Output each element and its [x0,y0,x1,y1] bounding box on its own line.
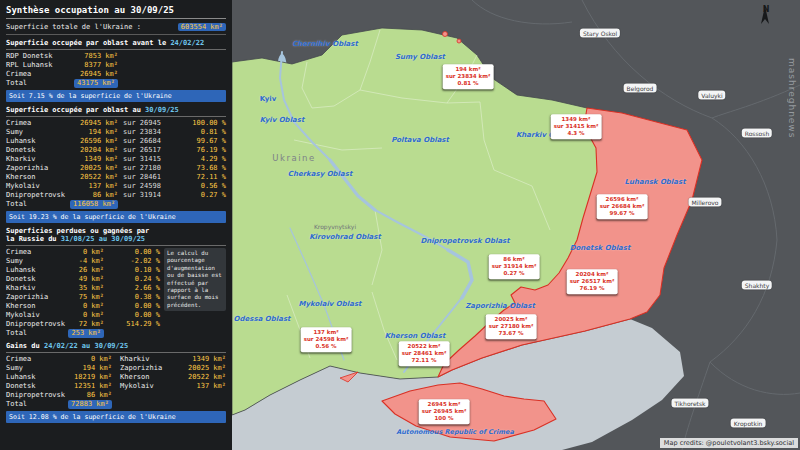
table-row: RPL Luhansk8377 km² [6,61,226,70]
table-row: Crimea0 km²0.00 % [6,248,160,257]
city-label-kropyvnytskyi: Kropyvnytskyi [314,223,356,230]
table-row: Crimea26945 km²sur 26945100.00 % [6,119,226,128]
section-header: Gains du 24/02/22 au 30/09/25 [6,342,226,353]
callout-pct: 72.11 % [402,358,447,365]
row-name: Kherson [6,302,64,311]
oblast-label-kirovohrad: Kirovohrad Oblast [309,233,381,241]
row-name: Donetsk [6,275,64,284]
row-pct: 2.66 % [104,284,160,293]
table-row: Donetsk12351 km²Mykolaiv137 km² [6,382,226,391]
panel-title: Synthèse occupation au 30/09/25 [6,5,226,19]
oblast-label-cherkasy: Cherkasy Oblast [288,170,352,178]
share-banner: Soit 12.08 % de la superficie de l'Ukrai… [6,411,226,423]
oblast-label-kherson: Kherson Oblast [385,332,446,340]
table-row: Kherson20522 km²sur 2846172.11 % [6,173,226,182]
row-pct: 4.29 % [176,155,226,164]
total-area-value: 603554 km² [178,23,226,31]
row-value: 75 km² [64,293,104,302]
row-pct: 73.68 % [176,164,226,173]
row-of: sur 27180 [118,164,176,173]
callout-kherson: 20522 km²sur 28461 km²72.11 % [399,341,450,366]
oblast-label-poltava: Poltava Oblast [391,136,449,144]
total-label: Total [6,400,66,409]
row-pct: 0.00 % [104,311,160,320]
watermark: mashreghnews [787,58,797,138]
callout-of: sur 28461 km² [402,350,447,357]
callout-area: 26596 km² [600,196,645,203]
table-row: Crimea26945 km² [6,70,226,79]
row-name: Donetsk [6,382,66,391]
table-row: Sumy194 km²Zaporizhia20025 km² [6,364,226,373]
row-pct: 0.38 % [104,293,160,302]
oblast-label-mykolaiv: Mykolaiv Oblast [299,300,362,308]
row-pct: 0.00 % [104,248,160,257]
callout-pct: 0.27 % [492,271,537,278]
row-pct: 99.67 % [176,137,226,146]
table-row: Kharkiv1349 km²sur 314154.29 % [6,155,226,164]
map: Ukraine Kropyvnytskyi Chernihiv Oblast S… [232,0,800,450]
row-pct: 0.00 % [104,302,160,311]
oblast-label-chernihiv: Chernihiv Oblast [292,40,358,48]
total-label: Total [6,329,64,338]
row-name: Luhansk [6,137,70,146]
callout-area: 26945 km² [422,401,467,408]
row-value: 26945 km² [70,70,118,79]
callout-area: 1349 km² [554,116,599,123]
row-value: 0 km² [64,302,104,311]
callout-pct: 100 % [422,416,467,423]
table-row: Donetsk20204 km²sur 2651776.19 % [6,146,226,155]
callout-pct: 0.81 % [446,81,491,88]
total-value: 116058 km² [70,200,118,209]
total-value: 43175 km² [74,79,118,88]
section-header-date: 31/08/25 au 30/09/25 [61,235,145,243]
row-value: 86 km² [66,391,112,400]
compass: N [756,6,776,14]
row-of: sur 28461 [118,173,176,182]
row-pct: 100.00 % [176,119,226,128]
row-value: 72 km² [64,320,104,329]
oblast-label-zaporizhia: Zaporizhia Oblast [465,302,535,310]
row-name: Donetsk [6,146,70,155]
row-value: 26596 km² [70,137,118,146]
infographic-root: Synthèse occupation au 30/09/25 Superfic… [0,0,800,450]
table-row: Sumy194 km²sur 238340.81 % [6,128,226,137]
callout-pct: 0.56 % [304,344,349,351]
total-label: Total [6,79,70,88]
row-name: Kharkiv [6,155,70,164]
row-of: sur 24598 [118,182,176,191]
row-name: Zaporizhia [6,164,70,173]
row-value: 0 km² [66,355,112,364]
table-row: Mykolaiv0 km²0.00 % [6,311,160,320]
table-row: Dnipropetrovsk72 km²514.29 % [6,320,160,329]
section-monthly-change: Superficies perdues ou gagnées par la Ru… [6,227,226,338]
row-value: 20025 km² [70,164,118,173]
row-value: 0 km² [64,311,104,320]
oblast-label-luhansk: Luhansk Oblast [625,178,686,186]
row-value: 20025 km² [168,364,226,373]
callout-pct: 99.67 % [600,211,645,218]
callout-of: sur 26945 km² [422,408,467,415]
table-row: Dnipropetrovsk86 km²sur 319140.27 % [6,191,226,200]
row-value: 194 km² [66,364,112,373]
country-label: Ukraine [272,153,315,163]
row-name: Dnipropetrovsk [6,320,64,329]
total-area-line: Superficie totale de l'Ukraine : 603554 … [6,23,226,35]
total-label: Total [6,200,70,209]
section-header-date: 24/02/22 au 30/09/25 [44,342,128,350]
map-credits: Map credits: @pouletvolant3.bsky.social [660,438,798,448]
callout-of: sur 31914 km² [492,263,537,270]
city-pill-valuyki: Valuyki [698,91,725,100]
table-row: Kharkiv35 km²2.66 % [6,284,160,293]
row-of: sur 31914 [118,191,176,200]
callout-of: sur 26684 km² [600,203,645,210]
row-value: 86 km² [70,191,118,200]
table-row: Zaporizhia75 km²0.38 % [6,293,160,302]
total-value: 253 km² [68,329,104,338]
callout-kharkiv: 1349 km²sur 31415 km²4.3 % [551,114,602,139]
row-name: Dnipropetrovsk [6,191,70,200]
row-name: Mykolaiv [112,382,168,391]
callout-of: sur 24598 km² [304,336,349,343]
row-pct: 0.24 % [104,275,160,284]
section-header-date: 24/02/22 [170,39,204,47]
row-pct: 514.29 % [104,320,160,329]
